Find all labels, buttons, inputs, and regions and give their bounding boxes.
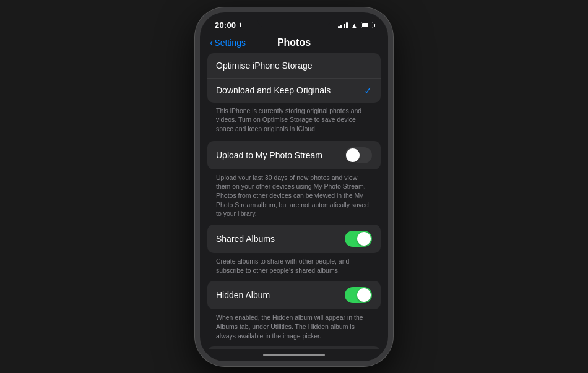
signal-icon — [338, 22, 348, 28]
back-button[interactable]: ‹ Settings — [210, 37, 246, 48]
status-time: 20:00 — [215, 20, 236, 30]
shared-albums-description: Create albums to share with other people… — [207, 255, 381, 280]
icloud-description: This iPhone is currently storing origina… — [207, 105, 381, 139]
battery-icon — [361, 22, 373, 28]
checkmark-icon: ✓ — [364, 85, 372, 96]
shared-albums-toggle[interactable] — [345, 231, 372, 247]
optimise-label: Optimise iPhone Storage — [216, 61, 313, 71]
download-label: Download and Keep Originals — [216, 85, 331, 95]
icloud-section: Optimise iPhone Storage Download and Kee… — [200, 53, 388, 141]
shared-albums-group: Shared Albums — [207, 225, 381, 253]
hidden-album-group: Hidden Album — [207, 281, 381, 309]
toggle-knob — [346, 148, 360, 162]
photo-stream-label: Upload to My Photo Stream — [216, 150, 322, 160]
hidden-album-row[interactable]: Hidden Album — [207, 281, 381, 309]
shared-albums-section: Shared Albums Create albums to share wit… — [200, 225, 388, 281]
photo-stream-group: Upload to My Photo Stream — [207, 141, 381, 169]
shared-albums-row[interactable]: Shared Albums — [207, 225, 381, 253]
optimise-row[interactable]: Optimise iPhone Storage — [207, 53, 381, 78]
toggle-knob — [357, 232, 371, 246]
download-originals-row[interactable]: Download and Keep Originals ✓ — [207, 78, 381, 103]
hidden-album-section: Hidden Album When enabled, the Hidden al… — [200, 281, 388, 346]
mobile-data-section: Mobile Data › Turn off mobile data to re… — [200, 346, 388, 348]
notch — [257, 12, 331, 28]
mobile-data-group: Mobile Data › — [207, 346, 381, 348]
home-indicator — [200, 349, 388, 361]
mobile-data-row[interactable]: Mobile Data › — [207, 346, 381, 348]
icloud-storage-group: Optimise iPhone Storage Download and Kee… — [207, 53, 381, 103]
status-icons: ▲ — [338, 22, 373, 29]
content-scroll: Optimise iPhone Storage Download and Kee… — [200, 53, 388, 349]
toggle-knob — [357, 288, 371, 302]
photo-stream-row[interactable]: Upload to My Photo Stream — [207, 141, 381, 169]
hidden-album-description: When enabled, the Hidden album will appe… — [207, 312, 381, 345]
page-title: Photos — [277, 37, 311, 48]
shared-albums-label: Shared Albums — [216, 234, 275, 244]
photo-stream-section: Upload to My Photo Stream Upload your la… — [200, 141, 388, 225]
nav-bar: ‹ Settings Photos — [200, 35, 388, 53]
phone-device: 20:00 ⬆ ▲ ‹ — [195, 7, 393, 366]
home-bar — [263, 354, 325, 356]
wifi-icon: ▲ — [351, 22, 358, 29]
back-chevron-icon: ‹ — [210, 37, 213, 48]
photo-stream-description: Upload your last 30 days of new photos a… — [207, 172, 381, 223]
phone-screen: 20:00 ⬆ ▲ ‹ — [200, 12, 388, 361]
photo-stream-toggle[interactable] — [345, 147, 372, 163]
location-arrow-icon: ⬆ — [238, 22, 243, 28]
hidden-album-label: Hidden Album — [216, 290, 270, 300]
back-label: Settings — [214, 38, 246, 48]
hidden-album-toggle[interactable] — [345, 287, 372, 303]
